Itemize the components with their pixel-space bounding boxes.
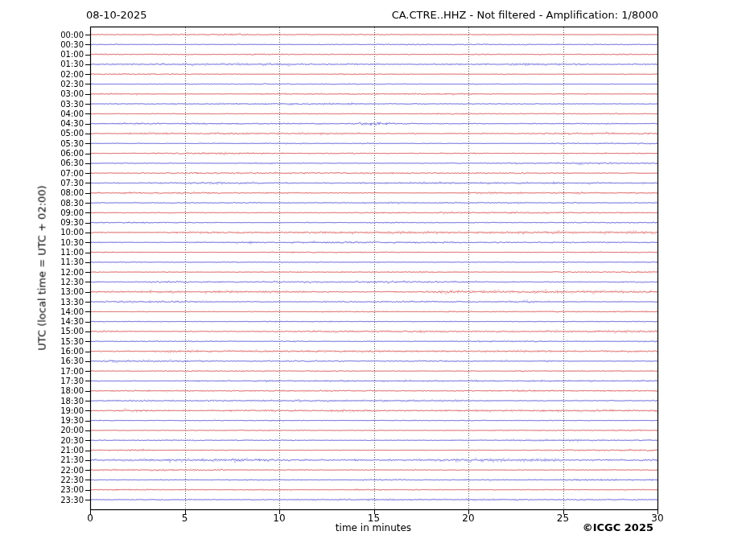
y-tick-label: 02:30	[0, 80, 84, 89]
y-tick-label: 17:00	[0, 367, 84, 376]
y-tick-label: 23:30	[0, 496, 84, 504]
date-title: 08-10-2025	[86, 9, 147, 21]
y-tick-label: 13:30	[0, 298, 84, 307]
y-tick-label: 07:00	[0, 169, 84, 178]
y-tick-label: 14:30	[0, 317, 84, 326]
y-tick-label: 09:30	[0, 218, 84, 227]
y-tick-label: 18:00	[0, 386, 84, 395]
y-tick-label: 19:30	[0, 416, 84, 425]
y-tick-label: 04:00	[0, 109, 84, 118]
y-tick-label: 21:00	[0, 446, 84, 455]
y-tick-label: 04:30	[0, 119, 84, 128]
y-tick-label: 15:30	[0, 337, 84, 346]
y-tick-label: 00:30	[0, 40, 84, 49]
y-tick-label: 02:00	[0, 70, 84, 79]
y-tick-label: 08:30	[0, 199, 84, 208]
y-tick-label: 09:00	[0, 208, 84, 217]
x-tick-label: 5	[182, 513, 188, 524]
y-tick-label: 03:00	[0, 89, 84, 98]
y-tick-label: 07:30	[0, 179, 84, 187]
x-tick-label: 0	[87, 513, 93, 524]
x-axis-label: time in minutes	[336, 522, 411, 533]
y-tick-label: 17:30	[0, 377, 84, 385]
x-tick-label: 25	[557, 513, 569, 524]
y-tick-label: 12:00	[0, 268, 84, 277]
x-tick-label: 10	[273, 513, 285, 524]
helicorder-figure: 08-10-2025 CA.CTRE..HHZ - Not filtered -…	[0, 0, 746, 560]
y-tick-label: 03:30	[0, 100, 84, 109]
copyright-label: ©ICGC 2025	[583, 521, 653, 533]
x-tick-label: 20	[462, 513, 474, 524]
y-tick-label: 01:00	[0, 50, 84, 59]
y-tick-label: 00:00	[0, 31, 84, 39]
y-tick-label: 11:00	[0, 248, 84, 257]
y-tick-label: 20:30	[0, 436, 84, 445]
y-tick-label: 12:30	[0, 278, 84, 286]
y-tick-label: 23:00	[0, 485, 84, 494]
y-tick-label: 22:30	[0, 476, 84, 484]
station-title: CA.CTRE..HHZ - Not filtered - Amplificat…	[392, 9, 658, 21]
y-tick-label: 16:30	[0, 356, 84, 365]
y-tick-label: 01:30	[0, 60, 84, 68]
y-tick-label: 16:00	[0, 347, 84, 356]
y-tick-label: 19:00	[0, 406, 84, 415]
y-tick-label: 10:00	[0, 228, 84, 237]
y-tick-label: 15:00	[0, 327, 84, 336]
y-tick-label: 21:30	[0, 455, 84, 464]
y-tick-label: 05:00	[0, 129, 84, 138]
y-tick-label: 18:30	[0, 397, 84, 406]
y-tick-label: 11:30	[0, 257, 84, 266]
y-tick-label: 22:00	[0, 466, 84, 475]
y-tick-label: 13:00	[0, 287, 84, 296]
y-tick-label: 20:00	[0, 426, 84, 434]
seismogram-plot	[0, 0, 746, 560]
y-tick-label: 06:00	[0, 149, 84, 158]
y-tick-label: 05:30	[0, 139, 84, 148]
y-tick-label: 08:00	[0, 188, 84, 197]
y-tick-label: 06:30	[0, 159, 84, 167]
y-tick-label: 14:00	[0, 307, 84, 316]
y-tick-label: 10:30	[0, 238, 84, 247]
